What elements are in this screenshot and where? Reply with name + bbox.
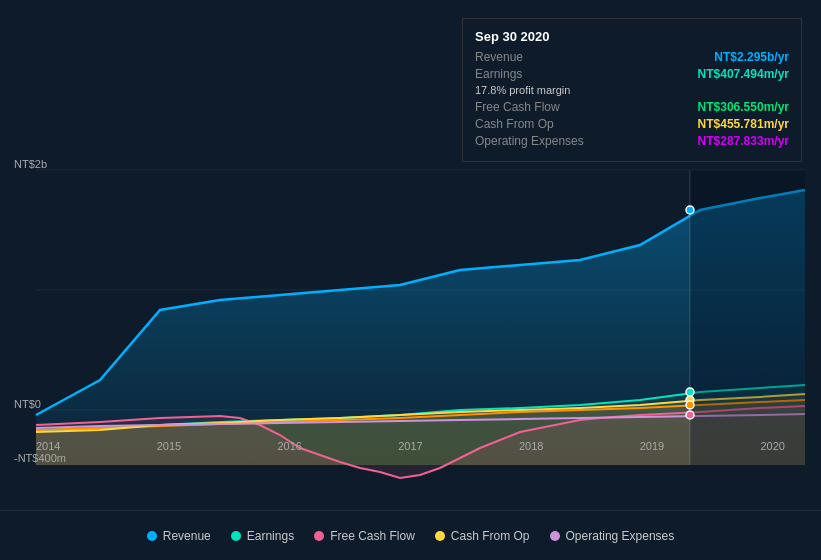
opex-legend-label: Operating Expenses <box>566 529 675 543</box>
tooltip-box: Sep 30 2020 Revenue NT$2.295b/yr Earning… <box>462 18 802 162</box>
earnings-dot <box>686 388 694 396</box>
y-axis-neg-label: -NT$400m <box>14 452 66 464</box>
earnings-legend-label: Earnings <box>247 529 294 543</box>
revenue-dot <box>686 206 694 214</box>
x-label-2016: 2016 <box>278 440 302 452</box>
revenue-dot-legend <box>147 531 157 541</box>
tooltip-fcf-value: NT$306.550m/yr <box>698 100 789 114</box>
fcf-dot <box>686 411 694 419</box>
y-axis-zero-label: NT$0 <box>14 398 41 410</box>
tooltip-profit-margin: 17.8% profit margin <box>475 84 789 96</box>
tooltip-fcf-row: Free Cash Flow NT$306.550m/yr <box>475 100 789 114</box>
legend-fcf[interactable]: Free Cash Flow <box>314 529 415 543</box>
cfo-dot-legend <box>435 531 445 541</box>
x-label-2018: 2018 <box>519 440 543 452</box>
tooltip-cfo-value: NT$455.781m/yr <box>698 117 789 131</box>
legend-opex[interactable]: Operating Expenses <box>550 529 675 543</box>
x-label-2014: 2014 <box>36 440 60 452</box>
legend-revenue[interactable]: Revenue <box>147 529 211 543</box>
legend-bar: Revenue Earnings Free Cash Flow Cash Fro… <box>0 510 821 560</box>
cfo-legend-label: Cash From Op <box>451 529 530 543</box>
x-label-2020: 2020 <box>761 440 785 452</box>
tooltip-earnings-label: Earnings <box>475 67 522 81</box>
tooltip-date: Sep 30 2020 <box>475 29 789 44</box>
tooltip-cfo-row: Cash From Op NT$455.781m/yr <box>475 117 789 131</box>
legend-earnings[interactable]: Earnings <box>231 529 294 543</box>
opex-dot <box>686 401 694 409</box>
tooltip-fcf-label: Free Cash Flow <box>475 100 560 114</box>
x-label-2017: 2017 <box>398 440 422 452</box>
tooltip-opex-row: Operating Expenses NT$287.833m/yr <box>475 134 789 148</box>
tooltip-opex-label: Operating Expenses <box>475 134 584 148</box>
tooltip-revenue-value: NT$2.295b/yr <box>714 50 789 64</box>
tooltip-revenue-label: Revenue <box>475 50 523 64</box>
tooltip-opex-value: NT$287.833m/yr <box>698 134 789 148</box>
opex-dot-legend <box>550 531 560 541</box>
chart-area: NT$2b NT$0 -NT$400m Sep 30 2020 Revenue … <box>0 0 821 510</box>
earnings-dot-legend <box>231 531 241 541</box>
x-label-2019: 2019 <box>640 440 664 452</box>
fcf-legend-label: Free Cash Flow <box>330 529 415 543</box>
revenue-legend-label: Revenue <box>163 529 211 543</box>
hover-overlay <box>690 170 805 465</box>
tooltip-earnings-row: Earnings NT$407.494m/yr <box>475 67 789 81</box>
y-axis-top-label: NT$2b <box>14 158 47 170</box>
x-axis-labels: 2014 2015 2016 2017 2018 2019 2020 <box>0 440 821 452</box>
fcf-dot-legend <box>314 531 324 541</box>
x-label-2015: 2015 <box>157 440 181 452</box>
legend-cfo[interactable]: Cash From Op <box>435 529 530 543</box>
tooltip-earnings-value: NT$407.494m/yr <box>698 67 789 81</box>
tooltip-revenue-row: Revenue NT$2.295b/yr <box>475 50 789 64</box>
tooltip-cfo-label: Cash From Op <box>475 117 554 131</box>
